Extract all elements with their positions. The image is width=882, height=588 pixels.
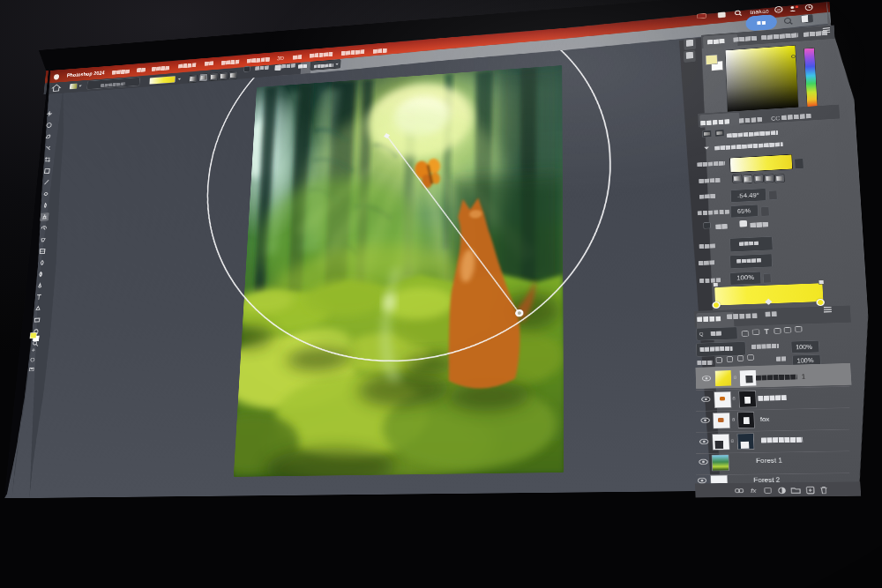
svg-text:cc: cc	[776, 8, 781, 12]
